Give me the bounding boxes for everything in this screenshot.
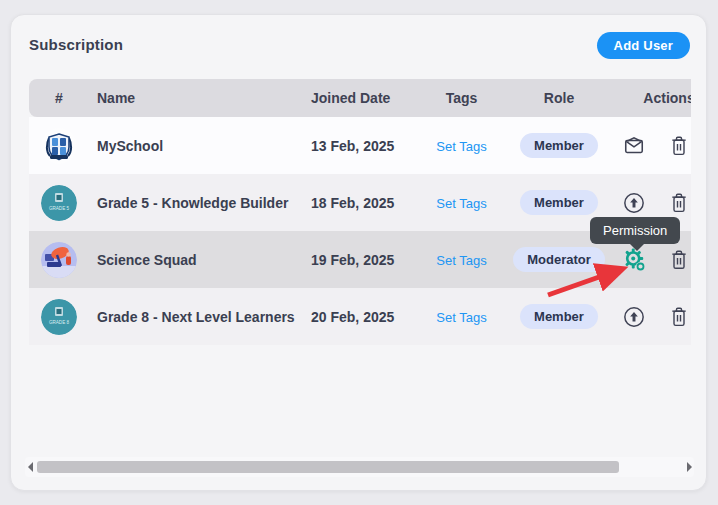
permission-tooltip: Permission xyxy=(590,217,680,244)
mail-icon[interactable] xyxy=(622,134,646,158)
trash-icon[interactable] xyxy=(667,248,691,272)
avatar-label: GRADE 8 xyxy=(49,320,70,325)
avatar xyxy=(41,242,77,278)
row-joined-date: 18 Feb, 2025 xyxy=(309,195,419,211)
scroll-right-arrow[interactable] xyxy=(684,462,694,472)
row-name: Science Squad xyxy=(89,252,309,268)
table-row: GRADE 8 Grade 8 - Next Level Learners 20… xyxy=(29,288,691,345)
header-index: # xyxy=(29,90,89,106)
promote-icon[interactable] xyxy=(622,305,646,329)
row-name: Grade 8 - Next Level Learners xyxy=(89,309,309,325)
subscription-table: # Name Joined Date Tags Role Actions xyxy=(29,79,691,345)
add-user-button[interactable]: Add User xyxy=(597,32,690,59)
header-joined-date: Joined Date xyxy=(309,90,419,106)
role-badge: Member xyxy=(520,133,598,158)
row-joined-date: 20 Feb, 2025 xyxy=(309,309,419,325)
subscription-panel: Subscription Add User # Name Joined Date… xyxy=(10,14,707,491)
role-badge: Member xyxy=(520,190,598,215)
table-header-row: # Name Joined Date Tags Role Actions xyxy=(29,79,691,117)
table-row: MySchool 13 Feb, 2025 Set Tags Member xyxy=(29,117,691,174)
avatar-label: GRADE 5 xyxy=(49,206,70,211)
set-tags-link[interactable]: Set Tags xyxy=(436,253,486,268)
row-name: Grade 5 - Knowledge Builder xyxy=(89,195,309,211)
trash-icon[interactable] xyxy=(667,134,691,158)
trash-icon[interactable] xyxy=(667,305,691,329)
header-role: Role xyxy=(504,90,614,106)
promote-icon[interactable] xyxy=(622,191,646,215)
row-joined-date: 13 Feb, 2025 xyxy=(309,138,419,154)
row-name: MySchool xyxy=(89,138,309,154)
set-tags-link[interactable]: Set Tags xyxy=(436,310,486,325)
header-tags: Tags xyxy=(419,90,504,106)
set-tags-link[interactable]: Set Tags xyxy=(436,196,486,211)
avatar: GRADE 5 xyxy=(41,185,77,221)
header-name: Name xyxy=(89,90,309,106)
trash-icon[interactable] xyxy=(667,191,691,215)
horizontal-scrollbar xyxy=(25,457,694,477)
scroll-left-arrow[interactable] xyxy=(25,462,35,472)
avatar xyxy=(41,128,77,164)
row-joined-date: 19 Feb, 2025 xyxy=(309,252,419,268)
set-tags-link[interactable]: Set Tags xyxy=(436,139,486,154)
page-title: Subscription xyxy=(29,36,123,53)
header-actions: Actions xyxy=(614,90,691,106)
scrollbar-track[interactable] xyxy=(35,460,684,474)
scrollbar-thumb[interactable] xyxy=(37,461,619,473)
avatar: GRADE 8 xyxy=(41,299,77,335)
role-badge: Member xyxy=(520,304,598,329)
role-badge: Moderator xyxy=(513,247,605,272)
